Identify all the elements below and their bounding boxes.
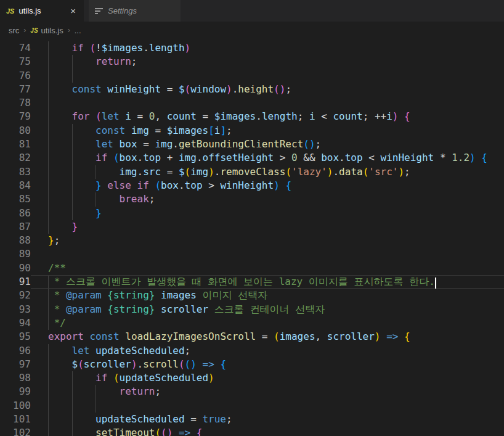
line-number[interactable]: 87: [0, 220, 31, 234]
code-line[interactable]: 93 * @param {string} scroller 스크롤 컨테이너 선…: [0, 303, 504, 316]
code-token: top: [143, 152, 161, 163]
line-number[interactable]: 75: [0, 55, 31, 68]
code-token: (: [113, 152, 120, 163]
code-line[interactable]: 80 const img = $images[i];: [0, 124, 504, 138]
code-token: =: [161, 166, 179, 178]
line-number[interactable]: 84: [0, 179, 31, 192]
line-number[interactable]: 77: [0, 83, 31, 96]
tab-close-icon[interactable]: ×: [68, 5, 78, 17]
code-line[interactable]: 96 let updateScheduled;: [0, 344, 504, 358]
code-line[interactable]: 85 break;: [0, 192, 504, 206]
tab-utils-js[interactable]: JS utils.js ×: [0, 0, 84, 22]
indent-guide: [72, 399, 73, 413]
code-token: *: [48, 289, 66, 301]
code-token: (: [185, 358, 191, 370]
code-line[interactable]: 78: [0, 96, 504, 110]
code-token: if: [72, 42, 84, 54]
code-token: ): [185, 42, 191, 54]
code-token: .: [179, 179, 185, 191]
code-line[interactable]: 84 } else if (box.top > winHeight) {: [0, 179, 504, 192]
code-token: 0: [291, 152, 298, 163]
code-token: scroller: [84, 358, 131, 370]
line-number[interactable]: 94: [0, 316, 31, 330]
indent-guide: [48, 289, 49, 302]
code-line[interactable]: 82 if (box.top + img.offsetHeight > 0 &&…: [0, 151, 504, 165]
code-token: img: [190, 166, 208, 178]
code-line[interactable]: 89: [0, 247, 504, 261]
code-token: updateScheduled: [96, 413, 185, 425]
code-token: =: [161, 83, 179, 95]
code-line[interactable]: 79 for (let i = 0, count = $images.lengt…: [0, 110, 504, 123]
code-token: scroller: [161, 303, 208, 315]
line-number[interactable]: 88: [0, 234, 31, 247]
code-token: 'lazy': [291, 166, 327, 178]
line-number[interactable]: 86: [0, 207, 31, 220]
line-number[interactable]: 74: [0, 41, 31, 55]
code-line-content: $(scroller).scroll(() => {: [31, 358, 504, 371]
line-number[interactable]: 76: [0, 69, 31, 83]
code-line-content: break;: [31, 192, 504, 206]
line-number[interactable]: 80: [0, 124, 31, 138]
code-token: .: [173, 138, 179, 150]
code-token: @param: [66, 289, 102, 301]
code-token: (: [113, 372, 120, 384]
line-number[interactable]: 95: [0, 330, 31, 343]
code-line[interactable]: 99 return;: [0, 385, 504, 398]
line-number[interactable]: 100: [0, 399, 31, 413]
line-number[interactable]: 90: [0, 261, 31, 275]
code-line[interactable]: 88};: [0, 234, 504, 247]
line-number[interactable]: 78: [0, 96, 31, 110]
code-line[interactable]: 83 img.src = $(img).removeClass('lazy').…: [0, 165, 504, 179]
breadcrumb-item-symbol-more[interactable]: ...: [75, 26, 81, 35]
code-line[interactable]: 94 */: [0, 316, 504, 330]
tab-settings[interactable]: Settings: [89, 0, 181, 22]
code-line[interactable]: 77 const winHeight = $(window).height();: [0, 83, 504, 96]
line-number[interactable]: 102: [0, 426, 31, 436]
line-number[interactable]: 85: [0, 192, 31, 206]
code-line[interactable]: 87 }: [0, 220, 504, 234]
line-number[interactable]: 89: [0, 247, 31, 261]
code-line[interactable]: 75 return;: [0, 55, 504, 68]
code-line[interactable]: 90/**: [0, 261, 504, 275]
breadcrumb-item-utils-js[interactable]: utils.js: [41, 26, 63, 35]
code-line[interactable]: 74 if (!$images.length): [0, 41, 504, 55]
code-line[interactable]: 81 let box = img.getBoundingClientRect()…: [0, 138, 504, 151]
code-token: >: [203, 179, 221, 191]
code-line[interactable]: 100: [0, 399, 504, 413]
line-number[interactable]: 91: [0, 275, 31, 289]
code-token: 1.2: [452, 152, 469, 163]
line-number[interactable]: 82: [0, 151, 31, 165]
indent-guide: [48, 426, 49, 436]
code-line[interactable]: 97 $(scroller).scroll(() => {: [0, 358, 504, 371]
line-number[interactable]: 93: [0, 303, 31, 316]
code-line[interactable]: 86 }: [0, 207, 504, 220]
line-number[interactable]: 92: [0, 289, 31, 302]
indent-guide: [72, 385, 73, 398]
code-token: (: [363, 166, 369, 178]
code-line[interactable]: 98 if (updateScheduled): [0, 371, 504, 385]
code-line[interactable]: 76: [0, 69, 504, 83]
line-number[interactable]: 96: [0, 344, 31, 358]
code-line[interactable]: 102 setTimeout(() => {: [0, 426, 504, 436]
code-token: const: [72, 83, 102, 95]
code-editor[interactable]: 74 if (!$images.length)75 return;7677 co…: [0, 39, 504, 436]
line-number[interactable]: 99: [0, 385, 31, 398]
code-line[interactable]: 91 * 스크롤 이벤트가 발생했을 때 화면에 보이는 lazy 이미지를 표…: [0, 275, 504, 289]
line-number[interactable]: 98: [0, 371, 31, 385]
code-line[interactable]: 101 updateScheduled = true;: [0, 413, 504, 426]
indent-guide: [48, 316, 49, 330]
code-token: export: [48, 331, 84, 342]
code-token: 0: [149, 110, 155, 122]
breadcrumb-item-src[interactable]: src: [9, 26, 19, 35]
line-number[interactable]: 81: [0, 138, 31, 151]
line-number[interactable]: 79: [0, 110, 31, 123]
code-line[interactable]: 92 * @param {string} images 이미지 선택자: [0, 289, 504, 302]
line-number[interactable]: 83: [0, 165, 31, 179]
code-token: [120, 110, 126, 122]
indent-guide: [72, 138, 73, 151]
code-line[interactable]: 95export const loadLazyImagesOnScroll = …: [0, 330, 504, 343]
code-token: ;: [315, 138, 322, 150]
line-number[interactable]: 97: [0, 358, 31, 371]
line-number[interactable]: 101: [0, 413, 31, 426]
code-token: =: [256, 331, 274, 342]
